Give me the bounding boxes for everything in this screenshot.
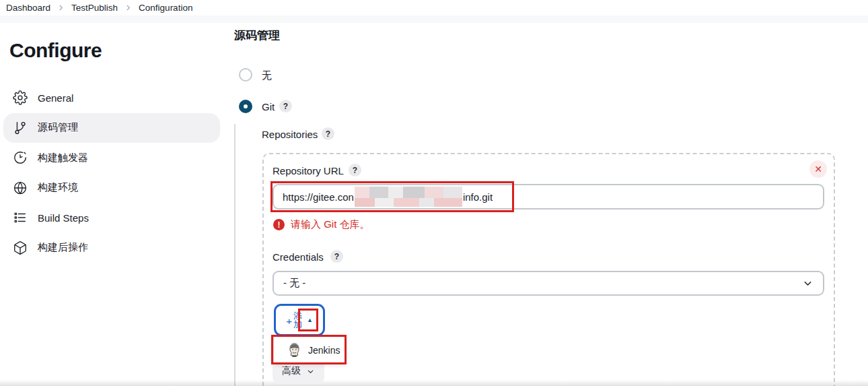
config-nav: General 源码管理 构建触发器 构建环境 [3,83,220,263]
jenkins-configure-page: Dashboard TestPublish Configuration Conf… [0,0,868,386]
credentials-help-icon[interactable]: ? [330,250,343,263]
validation-error: ! 请输入 Git 仓库。 [273,218,370,231]
add-credentials-button[interactable]: + 添加 ▲ [274,304,325,336]
scm-none-label[interactable]: 无 [262,69,272,82]
breadcrumb-testpublish[interactable]: TestPublish [71,3,118,13]
chevron-down-icon [802,278,813,289]
url-prefix: https://gitee.con [283,191,354,203]
chevron-down-icon [306,367,315,376]
error-message: 请输入 Git 仓库。 [291,218,370,231]
globe-icon [13,181,28,195]
credentials-selected-value: - 无 - [283,277,305,290]
header-divider [0,15,868,23]
close-icon: ✕ [814,164,822,174]
repository-url-label: Repository URL [273,165,344,176]
git-section-indent-line [234,124,236,386]
scm-git-label[interactable]: Git [262,101,275,112]
repositories-help-icon[interactable]: ? [322,127,334,140]
add-button-label: 添加 [293,311,303,329]
sidebar-item-build-triggers[interactable]: 构建触发器 [3,143,220,173]
sidebar-item-scm[interactable]: 源码管理 [3,113,220,143]
sidebar-item-label: 源码管理 [38,121,78,134]
scm-git-radio[interactable] [239,100,252,113]
error-icon: ! [273,219,285,230]
gear-icon [13,90,28,105]
list-icon [13,210,28,225]
chevron-right-icon [57,4,65,11]
sidebar-item-post-build-actions[interactable]: 构建后操作 [3,233,220,263]
caret-up-icon: ▲ [307,317,313,323]
git-branch-icon [13,121,28,135]
scm-none-radio[interactable] [239,68,252,82]
jenkins-butler-icon [287,342,301,358]
advanced-button-label: 高级 [282,365,301,377]
plus-icon: + [286,315,292,327]
package-icon [13,240,28,255]
page-title: Configure [9,39,102,62]
sidebar-item-label: General [38,92,73,104]
git-help-icon[interactable]: ? [279,100,292,112]
credentials-label: Credentials [273,251,324,263]
menu-item-jenkins[interactable]: Jenkins [308,345,340,356]
breadcrumb: Dashboard TestPublish Configuration [0,0,868,15]
chevron-right-icon [124,4,132,11]
clock-icon [13,150,28,165]
sidebar-item-label: 构建触发器 [38,152,88,164]
repository-url-help-icon[interactable]: ? [349,164,361,176]
breadcrumb-dashboard[interactable]: Dashboard [6,3,50,13]
bottom-scroll-shadow [0,380,868,386]
add-credentials-dropdown-menu: Jenkins [273,336,346,364]
redacted-url-segment [355,187,462,207]
sidebar-item-general[interactable]: General [3,83,220,113]
breadcrumb-configuration[interactable]: Configuration [139,3,192,13]
section-title: 源码管理 [234,28,280,43]
repository-url-input[interactable]: https://gitee.coninfo.git [273,184,824,210]
sidebar-item-label: 构建环境 [38,181,78,194]
url-suffix: info.git [463,191,493,203]
remove-repository-button[interactable]: ✕ [809,160,827,178]
sidebar-item-build-steps[interactable]: Build Steps [3,203,220,233]
sidebar-item-label: 构建后操作 [38,241,88,254]
sidebar-item-build-environment[interactable]: 构建环境 [3,173,220,203]
sidebar-item-label: Build Steps [38,212,89,224]
credentials-select[interactable]: - 无 - [273,271,824,296]
repositories-label: Repositories [262,129,318,140]
